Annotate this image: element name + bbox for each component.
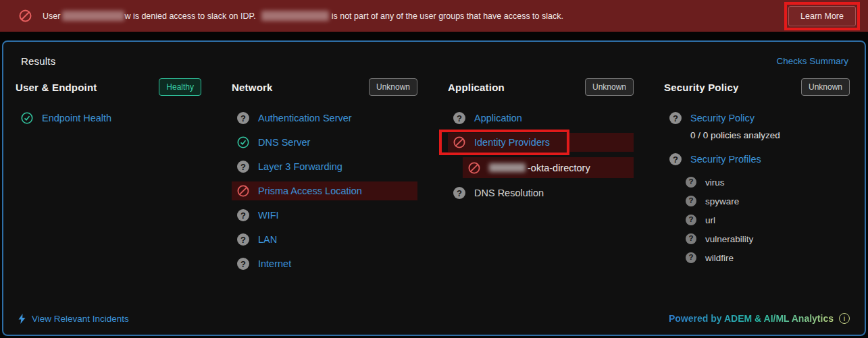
blocked-icon bbox=[19, 9, 32, 22]
check-item-label[interactable]: Internet bbox=[258, 258, 291, 269]
results-panel: Results Checks Summary User & Endpoint H… bbox=[2, 40, 866, 336]
results-columns: User & Endpoint Healthy Endpoint Health … bbox=[13, 69, 855, 313]
column-items: Endpoint Health bbox=[16, 109, 232, 128]
column-application: Application Unknown ? Application Identi… bbox=[448, 71, 664, 208]
check-item-label[interactable]: Endpoint Health bbox=[42, 113, 111, 123]
panel-header: Results Checks Summary bbox=[13, 42, 855, 69]
column-network-header: Network Unknown bbox=[232, 71, 417, 103]
question-circle-icon: ? bbox=[453, 187, 465, 199]
profile-item-url: ? url bbox=[680, 212, 836, 228]
column-items: ? Security Policy 0 / 0 policies analyze… bbox=[664, 109, 855, 266]
check-item-wifi[interactable]: ? WIFI bbox=[232, 206, 417, 225]
blocked-circle-icon bbox=[468, 162, 480, 174]
banner-panel-gap bbox=[0, 32, 868, 40]
check-circle-icon bbox=[21, 112, 33, 124]
question-circle-icon: ? bbox=[237, 233, 249, 246]
check-item-lan[interactable]: ? LAN bbox=[232, 230, 417, 249]
check-item-application[interactable]: ? Application bbox=[448, 109, 634, 128]
column-security-policy-header: Security Policy Unknown bbox=[664, 71, 850, 103]
error-banner: User w is denied access to slack on IDP.… bbox=[0, 0, 868, 32]
question-circle-icon: ? bbox=[686, 215, 696, 225]
check-item-dns-server[interactable]: DNS Server bbox=[232, 133, 417, 152]
info-icon[interactable]: i bbox=[839, 313, 850, 324]
question-circle-icon: ? bbox=[669, 112, 682, 124]
view-relevant-incidents-link[interactable]: View Relevant Incidents bbox=[18, 314, 129, 324]
profile-item-wildfire: ? wildfire bbox=[680, 250, 836, 266]
column-application-header: Application Unknown bbox=[448, 71, 634, 103]
check-item-authentication-server[interactable]: ? Authentication Server bbox=[232, 109, 417, 128]
question-circle-icon: ? bbox=[453, 112, 465, 124]
page-title: Results bbox=[21, 55, 55, 67]
check-item-label[interactable]: Application bbox=[474, 113, 522, 123]
check-item-label[interactable]: LAN bbox=[258, 234, 277, 245]
incidents-link-label[interactable]: View Relevant Incidents bbox=[32, 314, 129, 324]
profile-item-virus: ? virus bbox=[680, 174, 836, 190]
status-badge-unknown: Unknown bbox=[369, 78, 417, 96]
banner-message: User w is denied access to slack on IDP.… bbox=[43, 11, 563, 21]
column-title: User & Endpoint bbox=[16, 82, 97, 93]
lightning-bolt-icon bbox=[18, 314, 26, 324]
blocked-circle-icon bbox=[237, 185, 249, 197]
learn-more-button[interactable]: Learn More bbox=[788, 6, 856, 26]
question-circle-icon: ? bbox=[237, 258, 249, 270]
check-circle-icon bbox=[237, 136, 249, 148]
column-items: ? Authentication Server DNS Server ? Lay… bbox=[232, 109, 448, 273]
banner-text-part2: w is denied access to slack on IDP. bbox=[124, 11, 255, 21]
column-items: ? Application Identity Providers bbox=[448, 109, 664, 202]
column-network: Network Unknown ? Authentication Server … bbox=[232, 71, 448, 279]
question-circle-icon: ? bbox=[237, 209, 249, 221]
check-item-label[interactable]: Security Profiles bbox=[690, 154, 761, 165]
check-item-identity-providers[interactable]: Identity Providers bbox=[448, 133, 634, 152]
checks-summary-link[interactable]: Checks Summary bbox=[776, 56, 848, 66]
check-item-dns-resolution[interactable]: ? DNS Resolution bbox=[448, 184, 634, 202]
check-item-label[interactable]: WIFI bbox=[258, 210, 279, 221]
column-title: Security Policy bbox=[664, 82, 739, 93]
question-circle-icon: ? bbox=[686, 177, 696, 188]
check-item-label[interactable]: Authentication Server bbox=[258, 113, 352, 123]
profile-item-label: virus bbox=[705, 177, 725, 188]
question-circle-icon: ? bbox=[237, 161, 249, 173]
question-circle-icon: ? bbox=[669, 153, 682, 165]
check-item-label[interactable]: DNS Server bbox=[258, 137, 310, 148]
check-item-label[interactable]: -okta-directory bbox=[528, 163, 590, 173]
check-item-label[interactable]: DNS Resolution bbox=[474, 188, 544, 198]
redacted-directory-prefix bbox=[489, 163, 526, 172]
check-item-security-profiles[interactable]: ? Security Profiles bbox=[664, 150, 850, 169]
status-badge-unknown: Unknown bbox=[585, 78, 634, 96]
profile-item-vulnerability: ? vulnerability bbox=[680, 231, 836, 247]
redacted-username-2 bbox=[261, 11, 329, 21]
profile-item-label: spyware bbox=[705, 196, 739, 206]
status-badge-unknown: Unknown bbox=[801, 78, 850, 96]
question-circle-icon: ? bbox=[237, 112, 249, 124]
check-item-label[interactable]: Layer 3 Forwarding bbox=[258, 161, 342, 172]
powered-by: Powered by ADEM & AI/ML Analytics i bbox=[669, 313, 850, 324]
question-circle-icon: ? bbox=[686, 252, 696, 263]
check-item-layer3-forwarding[interactable]: ? Layer 3 Forwarding bbox=[232, 157, 417, 176]
profile-item-label: url bbox=[705, 215, 715, 225]
question-circle-icon: ? bbox=[686, 196, 696, 206]
question-circle-icon: ? bbox=[686, 233, 696, 244]
check-item-prisma-access-location[interactable]: Prisma Access Location bbox=[232, 181, 417, 200]
status-badge-healthy: Healthy bbox=[159, 78, 201, 96]
learn-more-annotation-box: Learn More bbox=[784, 2, 860, 30]
check-item-label[interactable]: Prisma Access Location bbox=[258, 186, 362, 196]
profile-item-label: wildfire bbox=[705, 253, 734, 263]
banner-text-part1: User bbox=[43, 11, 60, 21]
panel-footer: View Relevant Incidents Powered by ADEM … bbox=[13, 313, 855, 335]
check-item-label[interactable]: Identity Providers bbox=[474, 137, 550, 148]
redacted-username bbox=[62, 11, 124, 21]
column-title: Network bbox=[232, 82, 273, 93]
check-item-endpoint-health[interactable]: Endpoint Health bbox=[16, 109, 201, 128]
profile-item-label: vulnerability bbox=[705, 234, 753, 244]
profile-item-spyware: ? spyware bbox=[680, 193, 836, 209]
column-user-endpoint: User & Endpoint Healthy Endpoint Health bbox=[16, 71, 232, 133]
column-title: Application bbox=[448, 82, 505, 93]
check-item-internet[interactable]: ? Internet bbox=[232, 254, 417, 273]
check-item-okta-directory[interactable]: -okta-directory bbox=[463, 157, 634, 178]
banner-text-part3: is not part of any of the user groups th… bbox=[332, 11, 563, 21]
policies-analyzed-note: 0 / 0 policies analyzed bbox=[690, 130, 855, 140]
check-item-label[interactable]: Security Policy bbox=[690, 113, 755, 123]
check-item-security-policy[interactable]: ? Security Policy bbox=[664, 109, 850, 128]
column-user-endpoint-header: User & Endpoint Healthy bbox=[16, 71, 201, 103]
column-security-policy: Security Policy Unknown ? Security Polic… bbox=[664, 71, 855, 269]
